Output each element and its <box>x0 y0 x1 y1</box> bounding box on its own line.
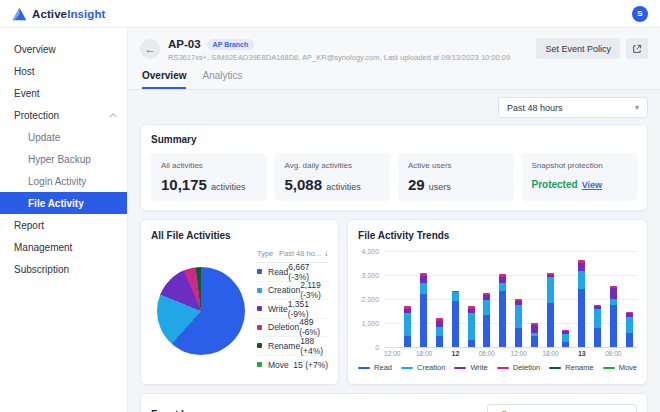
tab-bar: OverviewAnalytics <box>128 62 660 90</box>
sidebar-item-overview[interactable]: Overview <box>0 38 127 60</box>
sidebar-item-host[interactable]: Host <box>0 60 127 82</box>
stacked-bar[interactable] <box>594 305 601 347</box>
sidebar-item-login-activity[interactable]: Login Activity <box>0 170 127 192</box>
stacked-bar[interactable] <box>452 291 459 347</box>
content-area: Past 48 hours ▾ Summary All activities10… <box>128 90 660 412</box>
bar-segment-read <box>499 291 506 347</box>
legend-item-deletion[interactable]: Deletion <box>497 363 541 372</box>
stacked-bar[interactable] <box>420 273 427 347</box>
main-area: ← AP-03 AP Branch RS3617xs+, SIM92EAD39E… <box>128 28 660 412</box>
open-external-button[interactable] <box>626 38 648 59</box>
tile-label: Active users <box>408 161 504 170</box>
legend-item-creation[interactable]: Creation <box>401 363 445 372</box>
page-header: ← AP-03 AP Branch RS3617xs+, SIM92EAD39E… <box>128 28 660 62</box>
bar-segment-read <box>547 303 554 347</box>
bar-segment-read <box>436 336 443 347</box>
legend-label: Write <box>470 363 487 372</box>
tile-unit: users <box>429 182 451 192</box>
stacked-bar[interactable] <box>547 273 554 347</box>
sidebar-item-protection[interactable]: Protection <box>0 104 127 126</box>
x-axis-label <box>463 350 479 357</box>
table-row-deletion: Deletion489 (-6%) <box>257 319 328 338</box>
tile-label: Snapshot protection <box>532 161 628 170</box>
x-axis-label: 12 <box>448 350 464 357</box>
brand-insight-text: Insight <box>67 8 105 20</box>
stacked-bar[interactable] <box>515 299 522 347</box>
y-axis-tick: 0 <box>375 344 379 351</box>
legend-item-move[interactable]: Move <box>603 363 637 372</box>
bar-segment-creation <box>404 313 411 336</box>
tile-label: Avg. daily activities <box>285 161 381 170</box>
legend-item-rename[interactable]: Rename <box>549 363 593 372</box>
set-event-policy-button[interactable]: Set Event Policy <box>536 38 620 59</box>
legend-line-icon <box>497 367 509 369</box>
type-name: Rename <box>268 341 300 351</box>
bar-segment-creation <box>578 271 585 289</box>
summary-tile-active-users: Active users29 users <box>398 153 514 201</box>
stacked-bar[interactable] <box>436 318 443 347</box>
bar-segment-creation <box>420 283 427 295</box>
bar-segment-read <box>483 315 490 347</box>
bar-chart-legend: ReadCreationWriteDeletionRenameMove <box>358 363 637 372</box>
legend-item-write[interactable]: Write <box>454 363 487 372</box>
x-axis-label: 06:00 <box>479 350 495 357</box>
tile-value: 29 users <box>408 176 504 193</box>
activity-trends-card: File Activity Trends 01,0002,0003,0004,0… <box>347 219 648 385</box>
stacked-bar[interactable] <box>404 306 411 347</box>
sidebar-item-update[interactable]: Update <box>0 126 127 148</box>
stacked-bar[interactable] <box>468 306 475 347</box>
type-name: Read <box>268 267 288 277</box>
stacked-bar[interactable] <box>578 260 585 347</box>
x-axis-label <box>495 350 511 357</box>
bar-segment-read <box>420 294 427 347</box>
view-link[interactable]: View <box>582 180 602 190</box>
bar-segment-read <box>452 301 459 347</box>
x-axis-label: 13 <box>574 350 590 357</box>
time-range-select[interactable]: Past 48 hours ▾ <box>498 97 648 118</box>
bar-segment-creation <box>515 305 522 328</box>
legend-item-read[interactable]: Read <box>358 363 392 372</box>
bar-segment-creation <box>483 300 490 314</box>
stacked-bar[interactable] <box>610 286 617 347</box>
sidebar-item-subscription[interactable]: Subscription <box>0 258 127 280</box>
table-row-rename: Rename188 (+4%) <box>257 337 328 356</box>
stacked-bar[interactable] <box>626 312 633 347</box>
device-info: RS3617xs+, SIM92EAD39E8DA168D6, AP_KR@sy… <box>168 53 510 62</box>
legend-swatch-icon <box>257 288 262 293</box>
external-link-icon <box>632 44 642 54</box>
file-activities-title: All File Activities <box>151 230 328 241</box>
back-button[interactable]: ← <box>140 39 160 59</box>
sidebar-item-event[interactable]: Event <box>0 82 127 104</box>
stacked-bar[interactable] <box>499 274 506 347</box>
sidebar-item-label: File Activity <box>28 198 84 209</box>
bars-container <box>384 251 637 347</box>
sidebar-item-file-activity[interactable]: File Activity <box>0 192 127 214</box>
user-avatar[interactable]: S <box>632 6 648 22</box>
brand-active-text: Active <box>32 8 67 20</box>
ap-branch-badge: AP Branch <box>207 39 255 50</box>
legend-swatch-icon <box>257 269 262 274</box>
sidebar-item-hyper-backup[interactable]: Hyper Backup <box>0 148 127 170</box>
sidebar-item-report[interactable]: Report <box>0 214 127 236</box>
x-axis-label: 12:00 <box>384 350 400 357</box>
activity-trends-bar-chart: 01,0002,0003,0004,000 <box>384 251 637 347</box>
stacked-bar[interactable] <box>562 330 569 347</box>
status-select[interactable]: All statuses ▾ <box>487 404 637 412</box>
sidebar-item-label: Event <box>14 88 40 99</box>
col-past48[interactable]: Past 48 ho...↓ <box>279 249 328 258</box>
tab-analytics[interactable]: Analytics <box>202 70 242 89</box>
legend-line-icon <box>401 367 413 369</box>
legend-line-icon <box>603 367 615 369</box>
tab-overview[interactable]: Overview <box>142 70 186 89</box>
sidebar-item-label: Update <box>28 132 60 143</box>
sidebar-item-management[interactable]: Management <box>0 236 127 258</box>
protection-status: Protected <box>532 179 578 190</box>
legend-label: Move <box>619 363 637 372</box>
sidebar-item-label: Report <box>14 220 44 231</box>
x-axis-label: 06:00 <box>605 350 621 357</box>
legend-swatch-icon <box>257 306 262 311</box>
stacked-bar[interactable] <box>531 323 538 347</box>
tile-value: 10,175 activities <box>161 176 257 193</box>
stacked-bar[interactable] <box>483 293 490 347</box>
type-value: 188 (+4%) <box>300 336 328 356</box>
